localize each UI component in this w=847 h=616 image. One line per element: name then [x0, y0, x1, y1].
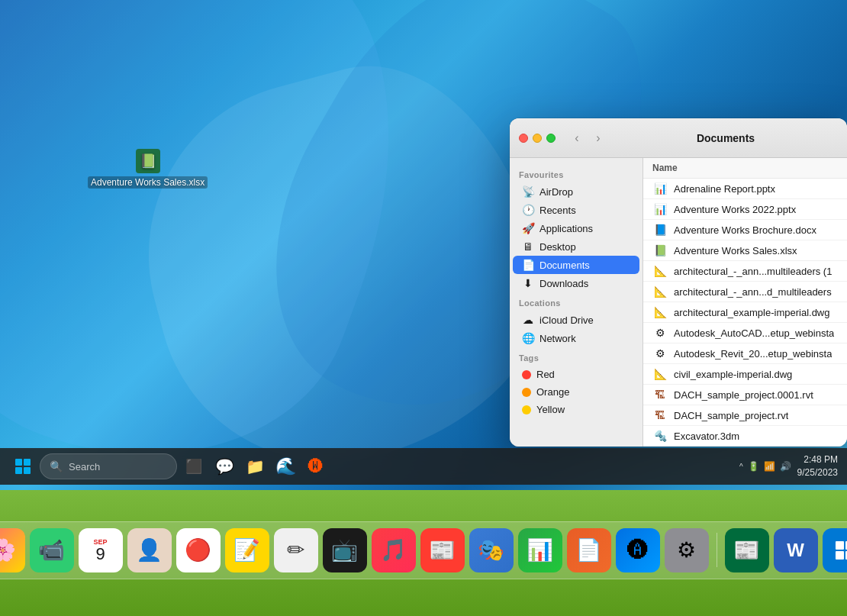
file-name: Adrenaline Report.pptx — [674, 183, 775, 195]
system-tray: ^ 🔋 📶 🔊 — [739, 461, 791, 472]
downloads-icon: ⬇ — [522, 277, 534, 289]
sidebar-item-network[interactable]: 🌐 Network — [513, 329, 639, 347]
sidebar-item-desktop[interactable]: 🖥 Desktop — [513, 237, 639, 256]
taskbar-app-explorer[interactable]: 📁 — [241, 453, 269, 480]
taskbar: 🔍 Search ⬛ 💬 📁 🌊 🅦 ^ 🔋 📶 🔊 2:48 PM 9/25/… — [0, 448, 847, 485]
nav-buttons: ‹ › — [568, 129, 607, 147]
file-icon: 🏗 — [652, 408, 668, 423]
sidebar-item-tag-yellow[interactable]: Yellow — [513, 401, 639, 418]
file-icon: 📐 — [652, 366, 668, 382]
sidebar-item-tag-red[interactable]: Red — [513, 366, 639, 383]
file-row[interactable]: 🏗DACH_sample_project.0001.rvt — [643, 385, 847, 405]
file-row[interactable]: 📘Adventure Works Brochure.docx — [643, 220, 847, 240]
search-icon: 🔍 — [50, 460, 63, 472]
search-label: Search — [69, 461, 100, 472]
taskbar-app-edge[interactable]: 🌊 — [272, 453, 299, 480]
finder-title: Documents — [614, 132, 838, 144]
dock-item-facetime[interactable]: 📹 — [30, 528, 74, 572]
dock-item-appletv[interactable]: 📺 — [323, 528, 367, 572]
dock-item-contacts[interactable]: 👤 — [127, 528, 172, 572]
taskbar-app-teams[interactable]: 💬 — [211, 453, 238, 480]
airdrop-icon: 📡 — [522, 185, 534, 198]
dock-item-appstore[interactable]: 🅐 — [616, 528, 660, 572]
taskbar-search[interactable]: 🔍 Search — [40, 453, 177, 479]
finder-toolbar: ‹ › Documents — [510, 118, 847, 158]
file-icon: 📘 — [652, 222, 668, 237]
finder-body: Favourites 📡 AirDrop 🕐 Recents 🚀 Applica… — [510, 158, 847, 447]
desktop-file-icon: 📗 — [136, 149, 160, 173]
dock-item-freeform[interactable]: ✏ — [274, 528, 318, 572]
dock-item-numbers[interactable]: 📊 — [518, 528, 562, 572]
desktop-icon: 🖥 — [522, 240, 534, 253]
sidebar-item-icloud[interactable]: ☁ iCloud Drive — [513, 311, 639, 329]
dock-item-news[interactable]: 📰 — [420, 528, 465, 572]
sidebar-item-airdrop-label: AirDrop — [539, 186, 573, 198]
clock-date: 9/25/2023 — [797, 466, 838, 479]
file-icon: 📗 — [652, 243, 668, 258]
file-icon: 📐 — [652, 305, 668, 320]
tray-battery[interactable]: 🔋 — [748, 461, 759, 472]
tray-network[interactable]: 📶 — [764, 461, 775, 472]
start-button[interactable] — [9, 453, 37, 480]
sidebar-item-recents-label: Recents — [539, 205, 576, 216]
file-icon: 📐 — [652, 284, 668, 299]
maximize-button[interactable] — [546, 134, 556, 143]
file-row[interactable]: 📊Adventure Works 2022.pptx — [643, 199, 847, 220]
file-row[interactable]: 🏗DACH_sample_project.rvt — [643, 405, 847, 426]
minimize-button[interactable] — [533, 134, 542, 143]
file-name: architectural_example-imperial.dwg — [674, 307, 829, 318]
dock-item-music[interactable]: 🎵 — [372, 528, 416, 572]
tray-chevron[interactable]: ^ — [739, 463, 743, 471]
windows-logo — [15, 459, 31, 474]
file-name: DACH_sample_project.rvt — [674, 410, 788, 421]
sidebar-section-favourites: Favourites — [510, 164, 642, 182]
clock-time: 2:48 PM — [797, 453, 838, 466]
sidebar-item-tag-orange[interactable]: Orange — [513, 383, 639, 401]
desktop-file-adventure-works[interactable]: 📗 Adventure Works Sales.xlsx — [88, 149, 208, 189]
finder-window: ‹ › Documents Favourites 📡 AirDrop 🕐 Rec… — [510, 118, 847, 447]
file-icon: 📊 — [652, 202, 668, 217]
dock-separator — [717, 533, 717, 567]
file-row[interactable]: 📐architectural_-_ann...multileaders (1 — [643, 261, 847, 282]
dock-item-notes[interactable]: 📝 — [225, 528, 269, 572]
sidebar-item-applications[interactable]: 🚀 Applications — [513, 219, 639, 237]
sidebar-item-airdrop[interactable]: 📡 AirDrop — [513, 182, 639, 201]
file-row[interactable]: 📐civil_example-imperial.dwg — [643, 364, 847, 385]
sidebar-item-tag-red-label: Red — [536, 369, 555, 380]
dock-item-photos[interactable]: 🌸 — [0, 528, 25, 572]
file-row[interactable]: 📐architectural_-_ann...d_multileaders — [643, 282, 847, 302]
file-row[interactable]: 🔩Excavator.3dm — [643, 426, 847, 447]
dock-item-settings[interactable]: ⚙ — [665, 528, 709, 572]
sidebar-item-recents[interactable]: 🕐 Recents — [513, 201, 639, 219]
file-icon: 📊 — [652, 181, 668, 196]
dock-item-publisher[interactable]: 📰 — [725, 528, 769, 572]
file-name: architectural_-_ann...multileaders (1 — [674, 266, 832, 277]
file-row[interactable]: 📗Adventure Works Sales.xlsx — [643, 240, 847, 261]
sidebar-item-downloads[interactable]: ⬇ Downloads — [513, 274, 639, 292]
tag-yellow-dot — [522, 405, 531, 414]
dock-item-windows[interactable] — [823, 528, 848, 572]
forward-button[interactable]: › — [589, 129, 607, 147]
dock-item-calendar[interactable]: SEP 9 — [79, 528, 123, 572]
file-row[interactable]: ⚙Autodesk_Revit_20...etup_webinsta — [643, 343, 847, 364]
sidebar-item-tag-orange-label: Orange — [536, 386, 569, 398]
file-name: civil_example-imperial.dwg — [674, 369, 792, 380]
file-row[interactable]: 📐architectural_example-imperial.dwg — [643, 302, 847, 323]
file-name: Adventure Works Brochure.docx — [674, 224, 816, 236]
filelist-header: Name — [643, 158, 847, 179]
taskbar-app-wps[interactable]: 🅦 — [302, 453, 330, 480]
system-clock[interactable]: 2:48 PM 9/25/2023 — [797, 453, 838, 479]
sidebar-section-locations: Locations — [510, 292, 642, 311]
sidebar-item-documents[interactable]: 📄 Documents — [513, 256, 639, 274]
dock-item-word[interactable]: W — [774, 528, 818, 572]
file-row[interactable]: ⚙Autodesk_AutoCAD...etup_webinsta — [643, 323, 847, 343]
back-button[interactable]: ‹ — [568, 129, 586, 147]
file-row[interactable]: 📊Adrenaline Report.pptx — [643, 179, 847, 199]
taskbar-app-taskview[interactable]: ⬛ — [180, 453, 208, 480]
dock-item-reminders[interactable]: 🔴 — [176, 528, 221, 572]
close-button[interactable] — [519, 134, 528, 143]
dock-item-keynote[interactable]: 🎭 — [469, 528, 514, 572]
dock-item-pages[interactable]: 📄 — [567, 528, 611, 572]
file-name: DACH_sample_project.0001.rvt — [674, 389, 813, 401]
tray-volume[interactable]: 🔊 — [780, 461, 791, 472]
